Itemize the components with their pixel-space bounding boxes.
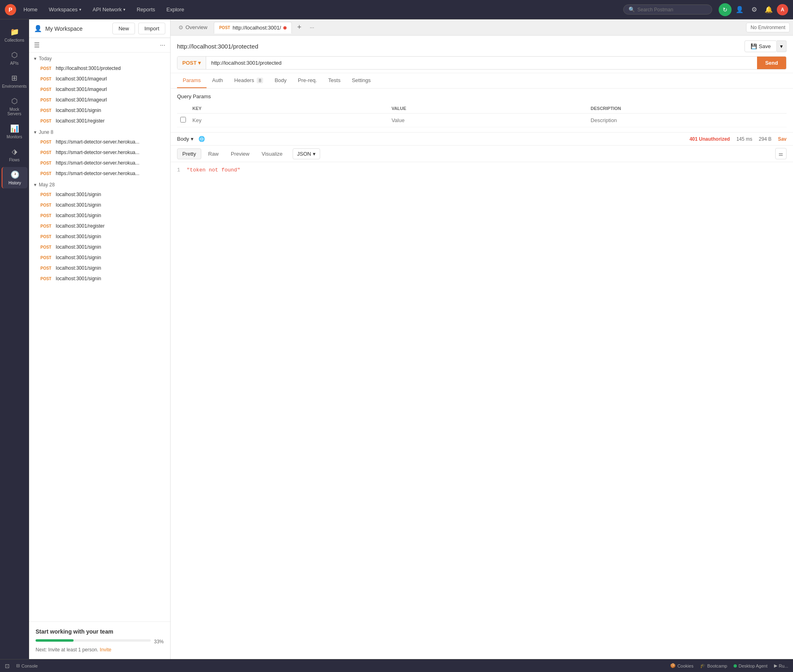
settings-button[interactable]: ⚙ xyxy=(748,3,761,16)
sidebar-item-flows[interactable]: ⬗ Flows xyxy=(2,144,27,165)
nav-api-network[interactable]: API Network ▾ xyxy=(89,4,129,15)
filter-icon[interactable]: ☰ xyxy=(34,41,40,49)
tab-body[interactable]: Body xyxy=(269,73,292,88)
nav-reports[interactable]: Reports xyxy=(133,4,159,15)
search-bar[interactable]: 🔍 xyxy=(623,4,712,15)
tab-tests[interactable]: Tests xyxy=(323,73,346,88)
cookies-button[interactable]: 🍪 Cookies xyxy=(670,663,694,668)
bootcamp-icon: 🎓 xyxy=(700,663,706,668)
console-button[interactable]: ⊟ Console xyxy=(16,663,38,668)
tab-auth[interactable]: Auth xyxy=(207,73,229,88)
url-input[interactable] xyxy=(206,57,757,69)
list-item[interactable]: POST localhost:3001/register xyxy=(31,116,169,126)
history-group-june8[interactable]: ▾ June 8 xyxy=(29,126,170,137)
sidebar-item-collections[interactable]: 📁 Collections xyxy=(2,24,27,46)
value-input[interactable] xyxy=(392,117,584,123)
list-item[interactable]: POST localhost:3001/signin xyxy=(31,263,169,273)
globe-icon[interactable]: 🌐 xyxy=(198,136,205,142)
format-selector[interactable]: JSON ▾ xyxy=(293,148,320,159)
search-input[interactable] xyxy=(637,7,707,13)
history-url: localhost:3001/signin xyxy=(56,265,101,271)
send-button[interactable]: Send xyxy=(757,57,786,69)
list-item[interactable]: POST https://smart-detector-server.herok… xyxy=(31,168,169,179)
history-url: localhost:3001/signin xyxy=(56,244,101,250)
tab-overview[interactable]: ⊙ Overview xyxy=(174,22,212,33)
list-item[interactable]: POST localhost:3001/signin xyxy=(31,242,169,252)
format-tab-raw[interactable]: Raw xyxy=(203,148,224,159)
list-item[interactable]: POST localhost:3001/imageurl xyxy=(31,74,169,84)
list-item[interactable]: POST localhost:3001/imageurl xyxy=(31,95,169,105)
new-button[interactable]: New xyxy=(112,23,135,34)
tab-headers[interactable]: Headers 8 xyxy=(229,73,269,88)
chevron-down-icon: ▾ xyxy=(123,7,125,12)
list-item[interactable]: POST localhost:3001/signin xyxy=(31,200,169,210)
list-item[interactable]: POST localhost:3001/imageurl xyxy=(31,84,169,95)
list-item[interactable]: POST localhost:3001/signin xyxy=(31,105,169,116)
bootcamp-button[interactable]: 🎓 Bootcamp xyxy=(700,663,728,668)
desktop-agent-button[interactable]: Desktop Agent xyxy=(734,664,768,668)
list-item[interactable]: POST localhost:3001/signin xyxy=(31,252,169,263)
list-item[interactable]: POST https://smart-detector-server.herok… xyxy=(31,137,169,147)
layout-toggle-icon[interactable]: ⊡ xyxy=(5,663,10,669)
tab-active-request[interactable]: POST http://localhost:3001/ xyxy=(214,22,292,34)
headers-badge: 8 xyxy=(257,78,263,83)
body-dropdown[interactable]: Body ▾ xyxy=(177,136,194,142)
history-url: http://localhost:3001/protected xyxy=(56,66,121,71)
chevron-down-icon: ▾ xyxy=(34,56,36,61)
history-group-may28[interactable]: ▾ May 28 xyxy=(29,179,170,189)
save-dropdown-button[interactable]: ▾ xyxy=(777,40,787,52)
runner-button[interactable]: ▶ Ru... xyxy=(774,663,788,668)
group-label-today: Today xyxy=(39,56,52,61)
invite-link[interactable]: Invite xyxy=(100,647,112,653)
notifications-button[interactable]: 🔔 xyxy=(762,3,775,16)
row-checkbox[interactable] xyxy=(180,117,186,123)
history-more-icon[interactable]: ··· xyxy=(160,42,165,49)
tab-pre-req[interactable]: Pre-req. xyxy=(292,73,323,88)
top-nav: P Home Workspaces ▾ API Network ▾ Report… xyxy=(0,0,793,19)
list-item[interactable]: POST https://smart-detector-server.herok… xyxy=(31,147,169,158)
list-item[interactable]: POST localhost:3001/signin xyxy=(31,273,169,284)
save-button[interactable]: 💾 Save xyxy=(744,40,777,52)
avatar[interactable]: A xyxy=(777,4,788,15)
invite-button[interactable]: 👤 xyxy=(733,3,746,16)
tab-bar: ⊙ Overview POST http://localhost:3001/ +… xyxy=(171,19,793,36)
tab-settings[interactable]: Settings xyxy=(346,73,376,88)
import-button[interactable]: Import xyxy=(138,23,165,34)
nav-workspaces[interactable]: Workspaces ▾ xyxy=(45,4,85,15)
list-item[interactable]: POST http://localhost:3001/protected xyxy=(31,63,169,74)
nav-explore[interactable]: Explore xyxy=(162,4,188,15)
save-response-button[interactable]: Sav xyxy=(778,136,787,142)
nav-home[interactable]: Home xyxy=(19,4,42,15)
tab-more-button[interactable]: ··· xyxy=(306,23,317,32)
add-tab-button[interactable]: + xyxy=(293,22,305,33)
format-tab-pretty[interactable]: Pretty xyxy=(177,148,201,159)
response-body: 1"token not found" xyxy=(171,162,793,659)
description-input[interactable] xyxy=(591,117,783,123)
sidebar-item-mock-servers[interactable]: ⬡ Mock Servers xyxy=(2,93,27,119)
history-url: localhost:3001/signin xyxy=(56,192,101,197)
list-item[interactable]: POST localhost:3001/signin xyxy=(31,189,169,200)
sidebar-item-apis[interactable]: ⬡ APIs xyxy=(2,47,27,69)
format-tab-preview[interactable]: Preview xyxy=(226,148,255,159)
sidebar-item-environments[interactable]: ⊞ Environments xyxy=(2,70,27,92)
list-item[interactable]: POST localhost:3001/register xyxy=(31,221,169,231)
save-button-group: 💾 Save ▾ xyxy=(744,40,787,52)
method-badge: POST xyxy=(40,192,53,197)
filter-icon[interactable]: ⚌ xyxy=(775,148,787,159)
app-logo[interactable]: P xyxy=(5,4,16,15)
tab-params[interactable]: Params xyxy=(177,73,207,88)
environment-selector[interactable]: No Environment xyxy=(746,23,790,32)
list-item[interactable]: POST localhost:3001/signin xyxy=(31,231,169,242)
sync-button[interactable]: ↻ xyxy=(719,3,732,16)
list-item[interactable]: POST https://smart-detector-server.herok… xyxy=(31,158,169,168)
format-tab-visualize[interactable]: Visualize xyxy=(256,148,288,159)
history-group-today[interactable]: ▾ Today xyxy=(29,53,170,63)
sidebar-item-monitors[interactable]: 📊 Monitors xyxy=(2,121,27,142)
key-input[interactable] xyxy=(192,117,385,123)
team-promo: Start working with your team 33% Next: I… xyxy=(29,621,170,659)
method-selector[interactable]: POST ▾ xyxy=(177,57,206,69)
sidebar-item-history[interactable]: 🕐 History xyxy=(2,167,27,188)
list-item[interactable]: POST localhost:3001/signin xyxy=(31,210,169,221)
history-search-input[interactable] xyxy=(43,42,157,48)
table-row xyxy=(177,114,787,127)
